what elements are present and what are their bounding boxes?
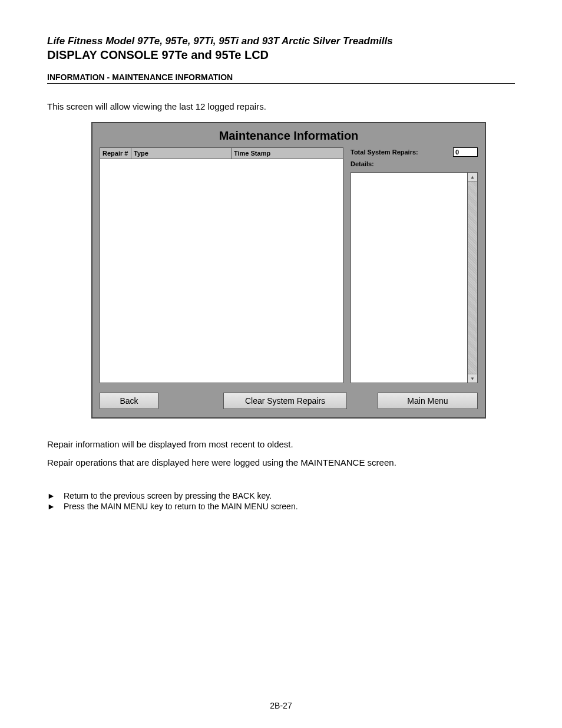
page-number: 2B-27 [0, 701, 562, 710]
maintenance-panel: Maintenance Information Repair # Type Ti… [91, 122, 486, 419]
section-heading: INFORMATION - MAINTENANCE INFORMATION [47, 73, 515, 84]
back-button[interactable]: Back [100, 393, 158, 409]
repair-table: Repair # Type Time Stamp [100, 147, 343, 383]
col-type-header: Type [131, 147, 232, 159]
bullet-1: Return to the previous screen by pressin… [64, 491, 272, 500]
scroll-up-icon[interactable]: ▲ [468, 173, 477, 182]
panel-title: Maintenance Information [92, 123, 485, 147]
bullet-arrow-icon: ► [47, 491, 55, 500]
details-scrollbar[interactable]: ▲ ▼ [468, 172, 478, 383]
main-menu-button[interactable]: Main Menu [378, 393, 478, 409]
scroll-down-icon[interactable]: ▼ [468, 374, 477, 383]
col-time-header: Time Stamp [232, 147, 343, 159]
total-repairs-label: Total System Repairs: [351, 149, 448, 156]
clear-system-repairs-button[interactable]: Clear System Repairs [223, 393, 347, 409]
details-textarea[interactable] [351, 172, 468, 383]
total-repairs-value: 0 [453, 147, 478, 157]
bullet-arrow-icon: ► [47, 502, 55, 511]
col-repair-header: Repair # [100, 147, 131, 159]
intro-text: This screen will allow viewing the last … [47, 101, 515, 111]
bullet-2: Press the MAIN MENU key to return to the… [64, 502, 298, 511]
model-line: Life Fitness Model 97Te, 95Te, 97Ti, 95T… [47, 35, 515, 47]
post-text-1: Repair information will be displayed fro… [47, 439, 515, 449]
console-line: DISPLAY CONSOLE 97Te and 95Te LCD [47, 48, 515, 62]
details-label: Details: [351, 160, 478, 167]
repair-table-body[interactable] [100, 159, 343, 383]
post-text-2: Repair operations that are displayed her… [47, 457, 515, 467]
